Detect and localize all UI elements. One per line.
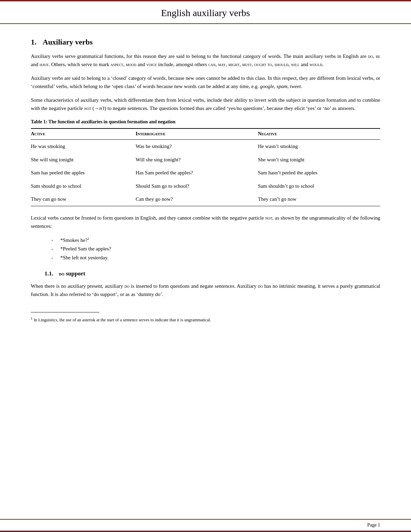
- section1-paragraph1: Auxiliary verbs serve grammatical functi…: [31, 52, 380, 69]
- dash-1: -: [51, 236, 57, 245]
- table-cell-interrogative-3: Should Sam go to school?: [136, 180, 258, 193]
- table-header-negative-label: Negative: [258, 131, 277, 136]
- list-item-3-text: *She left not yesterday.: [60, 253, 109, 262]
- table-cell-interrogative-4: Can they go now?: [136, 193, 258, 206]
- p3-not: not: [84, 106, 91, 111]
- section1-title: Auxiliary verbs: [43, 38, 93, 47]
- subsection1-1-number: 1.1.: [45, 270, 53, 277]
- table-cell-negative-3: Sam shouldn’t go to school: [258, 180, 380, 193]
- section1-number: 1.: [31, 38, 37, 47]
- table-cell-interrogative-1: Will she sing tonight?: [136, 153, 258, 166]
- list-item-1: - *Smokes he?1: [51, 236, 380, 245]
- footnote-number: 1: [31, 317, 33, 320]
- p1-would: would: [310, 62, 322, 67]
- footnote-1: 1 In Linguistics, the use of an asterisk…: [31, 316, 380, 323]
- main-content: 1. Auxiliary verbs Auxiliary verbs serve…: [0, 27, 411, 519]
- table-cell-active-0: He was smoking: [31, 140, 136, 153]
- auxiliary-table: Active Interrogative Negative He was smo…: [31, 128, 380, 208]
- p1-have: have: [39, 62, 48, 67]
- list-item-1-text: *Smokes he?1: [60, 236, 89, 245]
- page-label: Page: [367, 522, 378, 528]
- page-wrapper: English auxiliary verbs 1. Auxiliary ver…: [0, 0, 411, 532]
- p1-voice: voice: [146, 62, 157, 67]
- dash-3: -: [51, 253, 57, 262]
- footnote-ref-1: 1: [88, 237, 89, 240]
- table-row: They can go nowCan they go now?They can’…: [31, 193, 380, 206]
- after-table-paragraph: Lexical verbs cannot be fronted to form …: [31, 214, 380, 230]
- p1-be: be: [376, 53, 380, 59]
- do-ref-1: do: [124, 283, 129, 289]
- do-smallcaps: do: [59, 271, 65, 276]
- p1-do: do: [368, 53, 373, 59]
- table-row: She will sing tonightWill she sing tonig…: [31, 153, 380, 166]
- table-header-negative: Negative: [258, 128, 380, 140]
- do-ref-2: do: [258, 283, 263, 289]
- p3-arrow: →: [94, 105, 99, 111]
- subsection1-1-paragraph1: When there is no auxiliary present, auxi…: [31, 282, 380, 298]
- table-cell-active-2: Sam has peeled the apples: [31, 166, 136, 180]
- table-cell-negative-2: Sam hasn’t peeled the apples: [258, 166, 380, 180]
- table-cell-active-3: Sam should go to school: [31, 180, 136, 193]
- p2-examples: google, spam, tweet: [260, 84, 301, 89]
- ungrammatical-list: - *Smokes he?1 - *Peeled Sam the apples?…: [51, 236, 380, 262]
- p1-aspect: aspect: [111, 62, 123, 67]
- p3-nt: n’t: [99, 106, 104, 111]
- section1-paragraph3: Some characteristics of auxiliary verbs,…: [31, 96, 380, 112]
- table-row: Sam has peeled the applesHas Sam peeled …: [31, 166, 380, 180]
- section1-paragraph2: Auxiliary verbs are said to belong to a …: [31, 74, 380, 90]
- p1-will: will: [291, 62, 300, 67]
- p1-ought: ought to: [254, 62, 272, 67]
- table-header-interrogative-label: Interrogative: [136, 131, 165, 136]
- page-number: 1: [378, 522, 380, 528]
- table-caption: Table 1: The function of auxiliaries in …: [31, 119, 380, 125]
- p1-may: may: [218, 62, 226, 67]
- page-header: English auxiliary verbs: [0, 0, 411, 24]
- table-header-active-label: Active: [31, 131, 45, 136]
- p1-can: can: [208, 62, 215, 67]
- list-item-3: - *She left not yesterday.: [51, 253, 380, 262]
- after-table-not: not: [265, 215, 272, 221]
- footnote-divider: [31, 312, 99, 312]
- table-cell-active-4: They can go now: [31, 193, 136, 206]
- footnote-text: In Linguistics, the use of an asterisk a…: [34, 318, 211, 322]
- p1-must: must: [242, 62, 252, 67]
- dash-2: -: [51, 245, 57, 253]
- table-cell-interrogative-0: Was he smoking?: [136, 140, 258, 153]
- list-item-2-text: *Peeled Sam the apples?: [60, 245, 111, 253]
- page-title: English auxiliary verbs: [0, 8, 411, 18]
- subsection1-1-title: do support: [59, 270, 85, 277]
- subsection-title-text: support: [66, 270, 85, 277]
- table-row: Sam should go to schoolShould Sam go to …: [31, 180, 380, 193]
- list-item-2: - *Peeled Sam the apples?: [51, 245, 380, 253]
- table-cell-negative-0: He wasn’t smoking: [258, 140, 380, 153]
- table-header-interrogative: Interrogative: [136, 128, 258, 140]
- page-footer: Page 1: [0, 519, 411, 532]
- p1-text-start: Auxiliary verbs serve grammatical functi…: [31, 53, 380, 67]
- table-footer-rule: [31, 206, 380, 208]
- p1-might: might: [228, 62, 240, 67]
- table-cell-negative-1: She won’t sing tonight: [258, 153, 380, 166]
- table-row: He was smokingWas he smoking?He wasn’t s…: [31, 140, 380, 153]
- p1-mood: mood: [126, 62, 136, 67]
- p1-should: should: [274, 62, 288, 67]
- table-header-active: Active: [31, 128, 136, 140]
- table-cell-active-1: She will sing tonight: [31, 153, 136, 166]
- table-cell-negative-4: They can’t go now: [258, 193, 380, 206]
- table-cell-interrogative-2: Has Sam peeled the apples?: [136, 166, 258, 180]
